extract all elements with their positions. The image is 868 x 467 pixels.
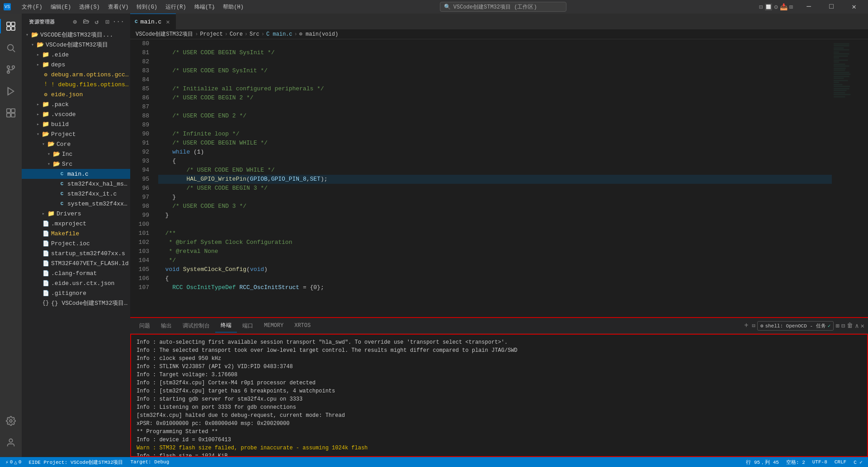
terminal-tab-xrtos[interactable]: XRTOS bbox=[289, 320, 316, 332]
task-label[interactable]: ⚙ shell: OpenOCD - 任务 ✓ bbox=[757, 321, 834, 331]
maximize-button[interactable]: □ bbox=[821, 0, 842, 14]
tree-item-20[interactable]: 📄Makefile bbox=[22, 229, 130, 238]
tree-item-2[interactable]: ▸📁.eide bbox=[22, 50, 130, 60]
code-line-102: * @brief System Clock Configuration bbox=[158, 238, 832, 247]
toolbar-icon-5[interactable]: ⊞ bbox=[789, 3, 793, 11]
more-actions-button[interactable]: ··· bbox=[114, 17, 123, 26]
line-num-85: 85 bbox=[130, 84, 149, 93]
tree-item-6[interactable]: ⚙eide.json bbox=[22, 89, 130, 99]
tree-item-15[interactable]: Cstm32f4xx_hal_msp.c bbox=[22, 179, 130, 189]
menu-select[interactable]: 选择(S) bbox=[75, 1, 104, 13]
tree-item-10[interactable]: ▾📂Project bbox=[22, 129, 130, 139]
tree-item-27[interactable]: {}{} VSCode创建STM32项目.code-work... bbox=[22, 298, 130, 308]
forward-button[interactable]: → bbox=[207, 3, 218, 14]
terminal-maximize-button[interactable]: ⊞ bbox=[835, 322, 839, 330]
tree-item-0[interactable]: ▾📂VSCODE创建STM32项目... bbox=[22, 30, 130, 40]
tree-item-12[interactable]: ▾📂Inc bbox=[22, 149, 130, 159]
collapse-button[interactable]: ⊡ bbox=[103, 17, 112, 26]
status-encoding[interactable]: UTF-8 bbox=[811, 459, 829, 465]
breadcrumb-function[interactable]: ⊙ main(void) bbox=[299, 31, 338, 37]
tab-close-button[interactable]: ✕ bbox=[164, 18, 171, 25]
menu-run[interactable]: 运行(R) bbox=[162, 1, 190, 13]
close-button[interactable]: ✕ bbox=[844, 0, 864, 14]
refresh-button[interactable]: ↺ bbox=[92, 17, 101, 26]
activity-extensions[interactable] bbox=[0, 102, 22, 124]
code-line-90: /* Infinite loop */ bbox=[158, 130, 832, 139]
breadcrumb-core[interactable]: Core bbox=[230, 31, 243, 37]
toolbar-icon-1[interactable]: ⊟ bbox=[759, 3, 763, 11]
status-cursor[interactable]: 行 95，列 45 bbox=[744, 459, 781, 466]
title-bar-search[interactable]: 🔍 VSCode创建STM32项目 (工作区) bbox=[440, 2, 566, 12]
terminal-split-button[interactable]: ⊟ bbox=[841, 322, 845, 330]
terminal-tab-terminal[interactable]: 终端 bbox=[215, 319, 237, 332]
code-content[interactable]: /* USER CODE BEGIN SysInit */ /* USER CO… bbox=[153, 39, 832, 317]
terminal-tab-output[interactable]: 输出 bbox=[156, 319, 177, 332]
terminal-line-4: Info : Target voltage: 3.176608 bbox=[137, 371, 862, 379]
tree-item-14[interactable]: Cmain.c bbox=[22, 169, 130, 179]
tab-main-c[interactable]: C main.c ✕ bbox=[130, 14, 176, 29]
tree-label-17: system_stm32f4xx.c bbox=[67, 201, 130, 207]
activity-explorer[interactable] bbox=[0, 15, 22, 37]
new-folder-button[interactable]: 🗁 bbox=[81, 17, 90, 26]
breadcrumb-src[interactable]: Src bbox=[250, 31, 259, 37]
tree-item-17[interactable]: Csystem_stm32f4xx.c bbox=[22, 199, 130, 209]
status-language[interactable]: C ✓ bbox=[852, 459, 864, 465]
tree-item-23[interactable]: 📄STM32F407VETx_FLASH.ld bbox=[22, 258, 130, 268]
terminal-content[interactable]: Info : auto-selecting first available se… bbox=[130, 334, 868, 457]
terminal-close-panel-button[interactable]: ✕ bbox=[861, 322, 864, 330]
menu-goto[interactable]: 转到(G) bbox=[133, 1, 161, 13]
tree-item-11[interactable]: ▾📂Core bbox=[22, 139, 130, 149]
tree-item-24[interactable]: 📄.clang-format bbox=[22, 268, 130, 278]
minimize-button[interactable]: ─ bbox=[798, 0, 819, 14]
terminal-trash-button[interactable]: 🗑 bbox=[847, 322, 853, 329]
terminal-tab-memory[interactable]: MEMORY bbox=[259, 320, 289, 332]
token: } bbox=[158, 212, 169, 219]
tree-item-3[interactable]: ▸📁deps bbox=[22, 60, 130, 70]
tree-item-26[interactable]: 📄.gitignore bbox=[22, 288, 130, 298]
breadcrumb-file[interactable]: C main.c bbox=[266, 31, 292, 37]
tree-item-16[interactable]: Cstm32f4xx_it.c bbox=[22, 189, 130, 199]
line-num-89: 89 bbox=[130, 121, 149, 130]
new-file-button[interactable]: ⊕ bbox=[71, 17, 80, 26]
tree-item-5[interactable]: !! debug.files.options.yml bbox=[22, 79, 130, 89]
status-project[interactable]: EIDE Project: VSCode创建STM32项目 bbox=[27, 459, 125, 466]
tree-item-13[interactable]: ▾📂Src bbox=[22, 159, 130, 169]
tree-item-22[interactable]: 📄startup_stm32f407xx.s bbox=[22, 248, 130, 258]
status-target[interactable]: Target: Debug bbox=[129, 459, 171, 465]
task-icon: ⚙ bbox=[760, 323, 764, 329]
tree-item-9[interactable]: ▸📁build bbox=[22, 119, 130, 129]
activity-account[interactable] bbox=[0, 432, 22, 453]
tree-item-18[interactable]: ▸📁Drivers bbox=[22, 209, 130, 219]
add-terminal-button[interactable]: + bbox=[744, 322, 749, 330]
toolbar-icon-4[interactable]: 📥 bbox=[780, 3, 788, 11]
split-terminal-button[interactable]: ⊟ bbox=[752, 322, 755, 329]
tree-item-25[interactable]: 📄.eide.usr.ctx.json bbox=[22, 278, 130, 288]
menu-file[interactable]: 文件(F) bbox=[18, 1, 46, 13]
terminal-tab-ports[interactable]: 端口 bbox=[237, 319, 259, 332]
status-eol[interactable]: CRLF bbox=[833, 459, 848, 465]
breadcrumb-project[interactable]: VSCode创建STM32项目 bbox=[136, 30, 193, 38]
back-button[interactable]: ← bbox=[194, 3, 205, 14]
breadcrumb-project-folder[interactable]: Project bbox=[200, 31, 222, 37]
tree-item-4[interactable]: ⚙debug.arm.options.gcc.json bbox=[22, 70, 130, 79]
status-spaces[interactable]: 空格: 2 bbox=[784, 459, 807, 466]
tree-item-1[interactable]: ▾📂VSCode创建STM32项目 bbox=[22, 40, 130, 50]
activity-run[interactable] bbox=[0, 80, 22, 102]
menu-view[interactable]: 查看(V) bbox=[104, 1, 132, 13]
tree-item-8[interactable]: ▸📁.vscode bbox=[22, 109, 130, 119]
terminal-tab-problems[interactable]: 问题 bbox=[134, 319, 156, 332]
tree-item-19[interactable]: 📄.mxproject bbox=[22, 219, 130, 229]
terminal-tab-debug-console[interactable]: 调试控制台 bbox=[177, 319, 215, 332]
menu-help[interactable]: 帮助(H) bbox=[219, 1, 247, 13]
tree-item-21[interactable]: 📄Project.ioc bbox=[22, 238, 130, 248]
menu-edit[interactable]: 编辑(E) bbox=[47, 1, 75, 13]
activity-source-control[interactable] bbox=[0, 59, 22, 80]
terminal-collapse-button[interactable]: ∧ bbox=[855, 322, 859, 330]
line-num-97: 97 bbox=[130, 193, 149, 202]
activity-settings[interactable] bbox=[0, 410, 22, 432]
toolbar-icon-2[interactable]: 🔲 bbox=[764, 3, 772, 11]
activity-search[interactable] bbox=[0, 37, 22, 59]
status-errors[interactable]: ⚡ 0 △ 0 bbox=[4, 459, 23, 465]
tree-item-7[interactable]: ▸📁.pack bbox=[22, 99, 130, 109]
toolbar-icon-3[interactable]: ⚙ bbox=[774, 3, 778, 11]
